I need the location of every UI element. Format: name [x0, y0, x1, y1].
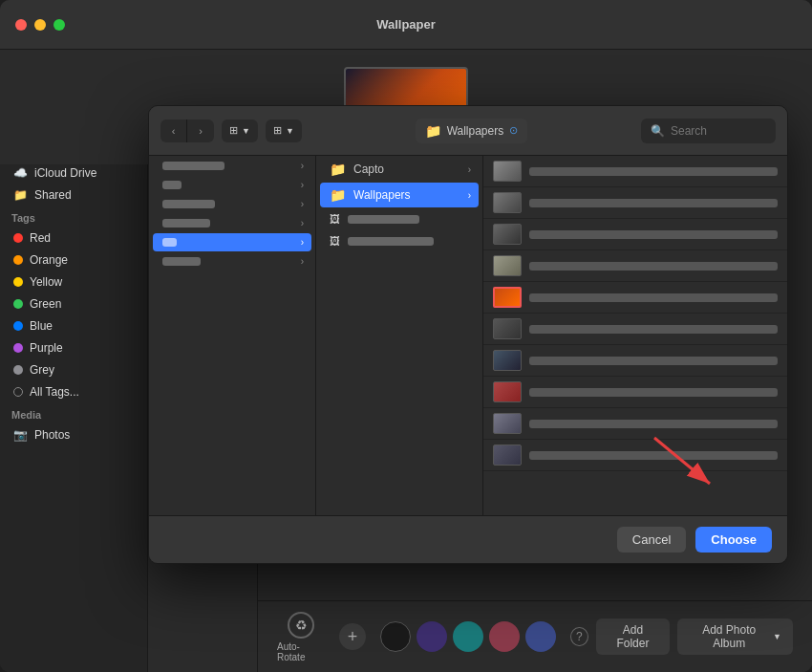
sidebar-item-shared[interactable]: 📁 Shared [4, 184, 143, 206]
cancel-button[interactable]: Cancel [617, 527, 686, 553]
finder-row-p[interactable]: › [153, 176, 311, 194]
sidebar-item-photos-label: Photos [34, 428, 70, 442]
wallpapers-arrow: › [468, 190, 471, 201]
row-oads-label [162, 219, 210, 228]
file-thumb-8 [493, 381, 522, 402]
add-photo-album-label: Add Photo Album [689, 623, 769, 650]
close-button[interactable] [15, 19, 27, 31]
search-icon: 🔍 [651, 124, 665, 138]
file-name-9 [529, 420, 778, 428]
file-name-8 [529, 388, 778, 397]
maximize-button[interactable] [53, 19, 65, 31]
file-row-10[interactable] [483, 440, 787, 471]
auto-rotate-label: Auto-Rotate [277, 641, 325, 662]
color-maroon[interactable] [489, 621, 520, 652]
help-button[interactable]: ? [570, 627, 588, 646]
file-row-1[interactable] [483, 156, 787, 187]
finder-row-oads[interactable]: › [153, 214, 311, 232]
sidebar-item-photos[interactable]: 📷 Photos [4, 424, 143, 445]
row-nents-label [162, 200, 215, 208]
finder-toolbar: ‹ › ⊞ ▼ ⊞ ▼ 📁 Wallpapers ⊙ 🔍 [149, 106, 787, 156]
bg-titlebar: Wallpaper [0, 0, 812, 50]
add-photo-album-button[interactable]: Add Photo Album ▼ [677, 618, 793, 655]
media-section-label: Media [0, 403, 147, 423]
finder-row-tations[interactable]: › [153, 157, 311, 175]
sidebar-item-yellow[interactable]: Yellow [4, 271, 143, 293]
row-6-label [162, 257, 201, 266]
sidebar-item-icloud-drive[interactable]: ☁️ iCloud Drive [4, 163, 143, 184]
all-tags-icon [13, 387, 23, 397]
grid-view-chevron: ▼ [286, 126, 294, 136]
yellow-dot [13, 277, 23, 287]
file-row-5[interactable] [483, 282, 787, 314]
grey-dot [13, 365, 23, 375]
finder-row-s[interactable]: › [153, 233, 311, 251]
sidebar-item-purple[interactable]: Purple [4, 337, 143, 358]
color-blue-dark[interactable] [525, 621, 556, 652]
finder-search-input[interactable] [671, 124, 766, 138]
column-view-button[interactable]: ⊞ ▼ [222, 119, 258, 142]
dropdown-chevron-icon: ▼ [773, 632, 781, 641]
mid3-icon: 🖼 [330, 213, 340, 225]
add-wallpaper-button[interactable]: + [339, 623, 366, 650]
color-purple-dark[interactable] [417, 621, 447, 652]
file-row-6[interactable] [483, 314, 787, 345]
sidebar-item-grey[interactable]: Grey [4, 359, 143, 380]
forward-button[interactable]: › [187, 119, 214, 142]
color-teal[interactable] [453, 621, 483, 652]
photos-icon: 📷 [13, 428, 28, 442]
file-thumb-10 [493, 444, 522, 466]
file-row-8[interactable] [483, 377, 787, 408]
sidebar-item-orange-label: Orange [30, 253, 68, 267]
file-name-4 [529, 262, 778, 271]
green-dot [13, 299, 23, 309]
color-options [380, 621, 556, 652]
finder-search-box: 🔍 [641, 119, 776, 143]
sidebar-item-red[interactable]: Red [4, 228, 143, 249]
sidebar-item-yellow-label: Yellow [30, 275, 62, 289]
wallpapers-folder-icon: 📁 [330, 187, 346, 203]
file-name-7 [529, 357, 778, 365]
row-arrow1: › [301, 161, 304, 171]
color-black[interactable] [380, 621, 411, 652]
file-row-2[interactable] [483, 187, 787, 219]
finder-row-mid3[interactable]: 🖼 [320, 208, 479, 229]
blue-dot [13, 321, 23, 331]
column-view-chevron: ▼ [242, 126, 250, 136]
add-folder-button[interactable]: Add Folder [596, 618, 671, 655]
auto-rotate-button[interactable]: ♻ Auto-Rotate [277, 612, 325, 662]
grid-view-button[interactable]: ⊞ ▼ [266, 119, 302, 142]
minimize-button[interactable] [34, 19, 46, 31]
folder-selector[interactable]: 📁 Wallpapers ⊙ [416, 119, 528, 143]
file-row-9[interactable] [483, 408, 787, 440]
finder-row-mid4[interactable]: 🖼 [320, 230, 479, 251]
file-thumb-5 [493, 287, 522, 308]
sidebar-item-green[interactable]: Green [4, 293, 143, 314]
finder-col-right [483, 156, 787, 515]
file-row-4[interactable] [483, 250, 787, 282]
folder-selector-icon: 📁 [425, 123, 441, 139]
finder-row-6[interactable]: › [153, 252, 311, 271]
sidebar-item-green-label: Green [30, 297, 61, 311]
sidebar-item-orange[interactable]: Orange [4, 249, 143, 271]
sidebar-item-blue-label: Blue [30, 319, 53, 333]
sidebar-item-blue[interactable]: Blue [4, 315, 143, 336]
finder-col-left: › › › › › › [149, 156, 316, 515]
finder-row-capto[interactable]: 📁 Capto › [320, 157, 479, 182]
mid4-icon: 🖼 [330, 235, 340, 247]
finder-dialog-bottom: Cancel Choose [149, 515, 787, 563]
capto-arrow: › [468, 164, 471, 175]
finder-row-wallpapers[interactable]: 📁 Wallpapers › [320, 183, 479, 207]
file-row-3[interactable] [483, 219, 787, 250]
traffic-lights [15, 19, 65, 31]
file-row-7[interactable] [483, 345, 787, 377]
file-thumb-4 [493, 255, 522, 276]
finder-row-nents[interactable]: › [153, 195, 311, 213]
tags-section-label: Tags [0, 206, 147, 227]
file-thumb-2 [493, 192, 522, 213]
choose-button[interactable]: Choose [695, 527, 772, 553]
back-button[interactable]: ‹ [160, 119, 187, 142]
row-arrow2: › [301, 180, 304, 190]
sidebar-item-all-tags[interactable]: All Tags... [4, 381, 143, 402]
purple-dot [13, 343, 23, 353]
